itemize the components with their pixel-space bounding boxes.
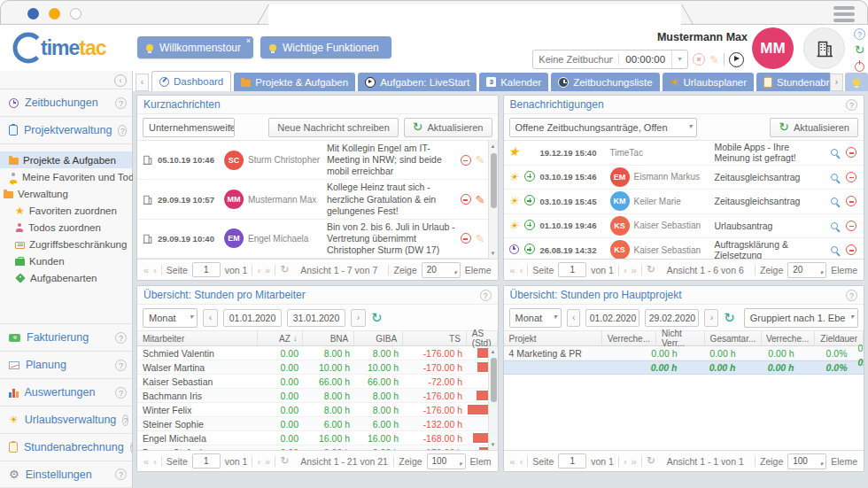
next-page-icon[interactable] (624, 456, 627, 467)
dismiss-icon[interactable] (846, 172, 856, 182)
prev-page-icon[interactable] (520, 456, 523, 467)
help-icon[interactable] (118, 125, 127, 136)
dismiss-icon[interactable] (846, 147, 856, 158)
column-bna[interactable]: BNA (303, 331, 354, 345)
vertical-scrollbar[interactable] (488, 346, 498, 450)
scroll-up-icon[interactable] (491, 346, 496, 357)
help-icon[interactable] (115, 97, 127, 109)
group-by-select[interactable]: Gruppiert nach 1. Ebe (744, 308, 858, 328)
last-page-icon[interactable] (265, 265, 270, 275)
dismiss-icon[interactable] (846, 196, 856, 206)
help-icon[interactable] (846, 99, 857, 111)
refresh-icon[interactable] (855, 44, 865, 56)
sidebar-section-stundenabrechnung[interactable]: Stundenabrechnung (0, 433, 132, 461)
table-row[interactable]: Kaiser Sebastian 0.00 66.00 h 66.00 h -7… (137, 375, 498, 389)
help-icon[interactable] (846, 290, 857, 301)
tab-zeitbuchungsliste[interactable]: Zeitbuchungsliste (551, 73, 660, 91)
welcome-tour-button[interactable]: Willkommenstour × (137, 36, 253, 58)
first-page-icon[interactable] (143, 456, 149, 467)
help-icon[interactable] (854, 28, 865, 40)
refresh-notifications-button[interactable]: Aktualisieren (770, 118, 858, 137)
prev-page-icon[interactable] (153, 265, 157, 275)
tab-dashboard[interactable]: Dashboard (151, 71, 231, 91)
help-icon[interactable] (115, 469, 127, 480)
column-nicht-verrechenbar[interactable]: Nicht Verr... (656, 331, 705, 345)
important-functions-button[interactable]: Wichtige Funktionen (260, 36, 391, 58)
sidebar-section-projektverwaltung[interactable]: Projektverwaltung (0, 116, 132, 143)
scroll-up-icon[interactable] (491, 141, 496, 151)
sidebar-item-todos-zuordnen[interactable]: Todos zuordnen (0, 219, 132, 236)
next-period-icon[interactable]: › (351, 309, 366, 327)
column-gesamtarbeit[interactable]: Gesamtar... (705, 331, 763, 345)
page-size-select[interactable]: 100 (427, 453, 466, 469)
tab-scroll-left-icon[interactable]: ‹ (136, 74, 149, 91)
close-icon[interactable]: × (246, 36, 251, 45)
sidebar-item-kunden[interactable]: Kunden (0, 252, 132, 269)
sidebar-section-fakturierung[interactable]: Fakturierung (0, 323, 132, 351)
table-row[interactable]: Schmied Valentin 0.00 8.00 h 8.00 h -176… (137, 346, 498, 360)
add-icon[interactable] (524, 220, 535, 230)
notification-row[interactable]: 03.10.19 15:45 KM Keiler Marie Zeitausgl… (504, 190, 864, 214)
message-row[interactable]: 05.10.19 10:46 SC Sturm Christopher Mit … (137, 141, 498, 180)
next-period-icon[interactable]: › (704, 309, 718, 327)
first-page-icon[interactable] (510, 456, 515, 467)
sidebar-item-zugriffsbeschraenkung[interactable]: Zugriffsbeschränkung (0, 236, 132, 252)
notification-row[interactable]: 26.08.19 14:32 KS Kaiser Sebastian Auftr… (504, 238, 864, 259)
notification-filter-select[interactable]: Offene Zeitbuchungsanträge, Offen (509, 118, 697, 137)
sidebar-item-favoriten-todos[interactable]: Meine Favoriten und Todos (0, 168, 132, 185)
scrollbar-thumb[interactable] (491, 358, 497, 402)
tab-stundenabrechnung[interactable]: Stundenabrechnung (756, 73, 830, 91)
sidebar-section-einstellungen[interactable]: Einstellungen (0, 461, 132, 488)
edit-icon[interactable] (476, 193, 485, 206)
period-select[interactable]: Monat (509, 308, 562, 328)
message-row[interactable]: 29.09.19 10:40 EM Engel Michaela Bin von… (137, 220, 498, 259)
message-filter-select[interactable]: Unternehmensweite Nachrichten, N (143, 118, 235, 137)
prev-period-icon[interactable]: ‹ (203, 309, 218, 327)
delete-icon[interactable] (461, 233, 471, 244)
last-page-icon[interactable] (632, 265, 637, 275)
edit-icon[interactable] (476, 153, 485, 167)
hamburger-menu-icon[interactable] (833, 6, 855, 22)
period-select[interactable]: Monat (143, 308, 198, 328)
add-icon[interactable] (524, 244, 535, 254)
tab-projekte-aufgaben[interactable]: Projekte & Aufgaben (234, 73, 355, 91)
page-size-select[interactable]: 20 (422, 262, 461, 278)
date-from-input[interactable]: 01.01.2020 (223, 309, 282, 327)
sidebar-item-aufgabenarten[interactable]: Aufgabenarten (0, 269, 132, 286)
message-row[interactable]: 29.09.19 10:57 MM Mustermann Max Kollege… (137, 180, 498, 219)
edit-booking-icon[interactable] (709, 53, 719, 66)
date-to-input[interactable]: 29.02.2020 (645, 309, 699, 327)
stop-recording-icon[interactable] (693, 53, 705, 66)
table-row[interactable]: Winter Felix 0.00 8.00 h 8.00 h -176.00 … (137, 403, 498, 417)
search-icon[interactable] (831, 174, 838, 181)
add-icon[interactable] (524, 171, 535, 182)
scroll-down-icon[interactable] (491, 439, 496, 450)
sidebar-item-projekte-aufgaben[interactable]: Projekte & Aufgaben (0, 151, 132, 168)
prev-page-icon[interactable] (520, 265, 523, 275)
start-recording-icon[interactable] (729, 52, 744, 67)
refresh-icon[interactable] (371, 312, 383, 323)
scrollbar-thumb[interactable] (491, 153, 497, 208)
new-message-button[interactable]: Neue Nachricht schreiben (268, 118, 399, 137)
edit-icon[interactable] (476, 232, 485, 245)
chevron-down-icon[interactable] (671, 50, 687, 68)
refresh-icon[interactable] (647, 264, 655, 275)
date-from-input[interactable]: 01.02.2020 (585, 309, 639, 327)
date-to-input[interactable]: 31.01.2020 (287, 309, 345, 327)
notification-row[interactable]: 19.12.19 15:40 TimeTac Mobile Apps - Ihr… (504, 141, 864, 166)
add-icon[interactable] (524, 195, 535, 205)
next-page-icon[interactable] (624, 265, 627, 275)
sidebar-item-verwaltung[interactable]: Verwaltung (0, 185, 132, 202)
page-size-select[interactable]: 100 (787, 453, 826, 469)
prev-period-icon[interactable]: ‹ (567, 309, 581, 327)
sidebar-section-planung[interactable]: Planung (0, 351, 132, 378)
dismiss-icon[interactable] (846, 221, 856, 231)
help-icon[interactable] (115, 387, 127, 399)
column-mitarbeiter[interactable]: Mitarbeiter (137, 331, 258, 345)
page-number-input[interactable]: 1 (192, 262, 221, 277)
search-icon[interactable] (831, 198, 838, 205)
timer-control[interactable]: 00:00:00 (532, 50, 688, 69)
tab-kalender[interactable]: 3 Kalender (479, 73, 548, 91)
first-page-icon[interactable] (510, 265, 515, 275)
tab-tips[interactable] (845, 73, 868, 91)
